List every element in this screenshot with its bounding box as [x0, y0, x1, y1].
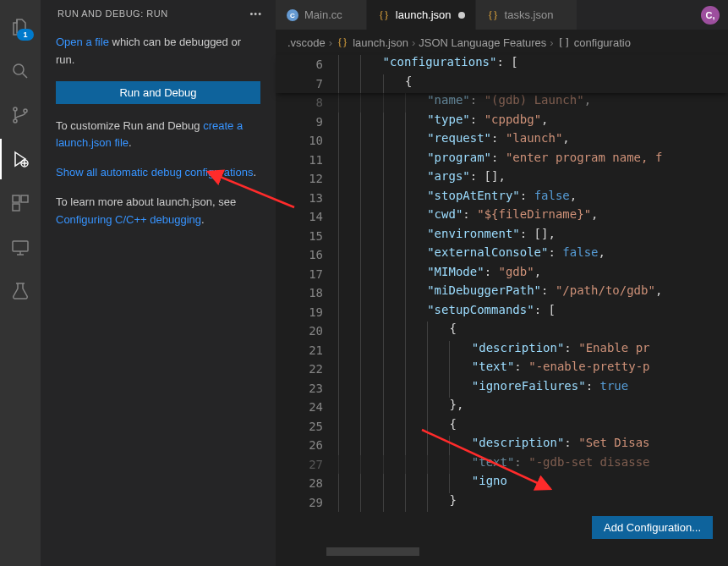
activity-source-control[interactable] — [0, 95, 41, 135]
json-file-icon: {} — [377, 8, 391, 22]
code-line[interactable]: 27 "text": "-gdb-set disasse — [276, 455, 728, 475]
code-line[interactable]: 20 { — [276, 321, 728, 341]
code-content: "args": [], — [338, 169, 728, 189]
code-line[interactable]: 8 "name": "(gdb) Launch", — [276, 93, 728, 113]
language-status-icon[interactable]: C, — [701, 6, 720, 25]
breadcrumb-segment[interactable]: launch.json — [353, 36, 408, 49]
code-line[interactable]: 15 "environment": [], — [276, 227, 728, 246]
breadcrumb[interactable]: .vscode›{}launch.json›JSON Language Feat… — [276, 30, 728, 55]
activity-explorer[interactable]: 1 — [0, 7, 41, 47]
horizontal-scrollbar[interactable] — [326, 547, 618, 556]
line-number: 22 — [276, 362, 338, 376]
tab-tasks-json[interactable]: {}tasks.json — [476, 0, 578, 30]
editor-body[interactable]: 6 "configurations": [7 { 8 "name": "(gdb… — [276, 55, 728, 566]
code-line[interactable]: 26 "description": "Set Disas — [276, 436, 728, 455]
code-content: "text": "-enable-pretty-p — [338, 360, 728, 379]
breadcrumb-segment[interactable]: configuratio — [574, 36, 631, 49]
line-number: 10 — [276, 134, 338, 147]
code-content: "igno — [338, 474, 728, 493]
code-line[interactable]: 12 "args": [], — [276, 169, 728, 189]
configuring-debug-link[interactable]: Configuring C/C++ debugging — [56, 213, 201, 226]
add-configuration-button[interactable]: Add Configuration... — [592, 516, 713, 539]
svg-text:[ ]: [ ] — [559, 36, 568, 48]
code-content: "text": "-gdb-set disasse — [338, 455, 728, 475]
breadcrumb-segment[interactable]: JSON Language Features — [419, 36, 546, 49]
panel-title: RUN AND DEBUG: RUN — [57, 8, 168, 19]
run-debug-icon — [10, 149, 30, 169]
panel-learn-more-text: To learn more about launch.json, see Con… — [56, 194, 260, 229]
code-content: "type": "cppdbg", — [338, 113, 728, 132]
svg-point-3 — [24, 109, 27, 113]
line-number: 8 — [276, 96, 338, 109]
line-number: 16 — [276, 248, 338, 261]
code-line[interactable]: 16 "externalConsole": false, — [276, 245, 728, 265]
code-content: "description": "Enable pr — [338, 341, 728, 360]
line-number: 25 — [276, 420, 338, 433]
code-content: "miDebuggerPath": "/path/to/gdb", — [338, 283, 728, 303]
line-number: 20 — [276, 324, 338, 338]
tab-label: Main.cc — [304, 8, 342, 21]
activity-testing[interactable] — [0, 271, 41, 311]
line-number: 12 — [276, 172, 338, 185]
line-number: 23 — [276, 382, 338, 395]
run-and-debug-button[interactable]: Run and Debug — [56, 81, 260, 104]
code-line[interactable]: 18 "miDebuggerPath": "/path/to/gdb", — [276, 283, 728, 303]
breadcrumb-segment[interactable]: .vscode — [287, 36, 326, 49]
cpp-file-icon: C — [286, 8, 299, 22]
tab-label: tasks.json — [505, 8, 554, 21]
tab-launch-json[interactable]: {}launch.json — [367, 0, 476, 30]
code-line[interactable]: 13 "stopAtEntry": false, — [276, 189, 728, 208]
line-number: 29 — [276, 496, 338, 509]
activity-bar: 1 — [0, 0, 41, 566]
code-line[interactable]: 7 { — [276, 74, 728, 94]
activity-search[interactable] — [0, 51, 41, 91]
json-file-icon: {} — [336, 36, 349, 49]
chevron-right-icon: › — [329, 36, 332, 49]
sticky-scroll[interactable]: 6 "configurations": [7 { — [276, 55, 728, 93]
code-content: "description": "Set Disas — [338, 436, 728, 455]
code-content: "cwd": "${fileDirname}", — [338, 207, 728, 227]
search-icon — [10, 61, 30, 81]
code-content: }, — [338, 398, 728, 417]
line-number: 28 — [276, 476, 338, 490]
tab-main-cc[interactable]: CMain.cc — [276, 0, 367, 30]
line-number: 18 — [276, 286, 338, 299]
code-line[interactable]: 29 } — [276, 493, 728, 513]
code-content: "MIMode": "gdb", — [338, 265, 728, 284]
line-number: 9 — [276, 115, 338, 129]
code-content: "setupCommands": [ — [338, 303, 728, 322]
panel-customize-text: To customize Run and Debug create a laun… — [56, 118, 260, 153]
line-number: 24 — [276, 400, 338, 414]
array-icon: [ ] — [557, 36, 571, 49]
activity-run-debug[interactable] — [0, 139, 41, 179]
code-line[interactable]: 6 "configurations": [ — [276, 55, 728, 74]
code-content: "externalConsole": false, — [338, 245, 728, 265]
code-line[interactable]: 22 "text": "-enable-pretty-p — [276, 360, 728, 379]
code-line[interactable]: 14 "cwd": "${fileDirname}", — [276, 207, 728, 227]
line-number: 14 — [276, 210, 338, 223]
code-line[interactable]: 21 "description": "Enable pr — [276, 341, 728, 360]
remote-icon — [10, 237, 30, 257]
open-file-link[interactable]: Open a file — [56, 36, 109, 48]
code-line[interactable]: 10 "request": "launch", — [276, 131, 728, 151]
svg-text:{}: {} — [487, 8, 497, 21]
code-line[interactable]: 25 { — [276, 417, 728, 437]
svg-text:C: C — [290, 12, 295, 19]
editor-tabs: CMain.cc{}launch.json{}tasks.json C, — [276, 0, 728, 30]
activity-extensions[interactable] — [0, 183, 41, 223]
code-line[interactable]: 9 "type": "cppdbg", — [276, 113, 728, 132]
line-number: 21 — [276, 343, 338, 357]
code-content: "program": "enter program name, f — [338, 151, 728, 170]
code-line[interactable]: 19 "setupCommands": [ — [276, 303, 728, 322]
explorer-badge: 1 — [17, 29, 34, 41]
code-line[interactable]: 17 "MIMode": "gdb", — [276, 265, 728, 284]
line-number: 26 — [276, 438, 338, 452]
code-line[interactable]: 28 "igno — [276, 474, 728, 493]
chevron-right-icon: › — [412, 36, 415, 49]
code-line[interactable]: 23 "ignoreFailures": true — [276, 379, 728, 398]
show-all-configs-link[interactable]: Show all automatic debug configurations — [56, 166, 253, 179]
code-line[interactable]: 11 "program": "enter program name, f — [276, 151, 728, 170]
code-line[interactable]: 24 }, — [276, 398, 728, 417]
panel-more-icon[interactable]: ••• — [249, 8, 262, 19]
activity-remote[interactable] — [0, 227, 41, 267]
